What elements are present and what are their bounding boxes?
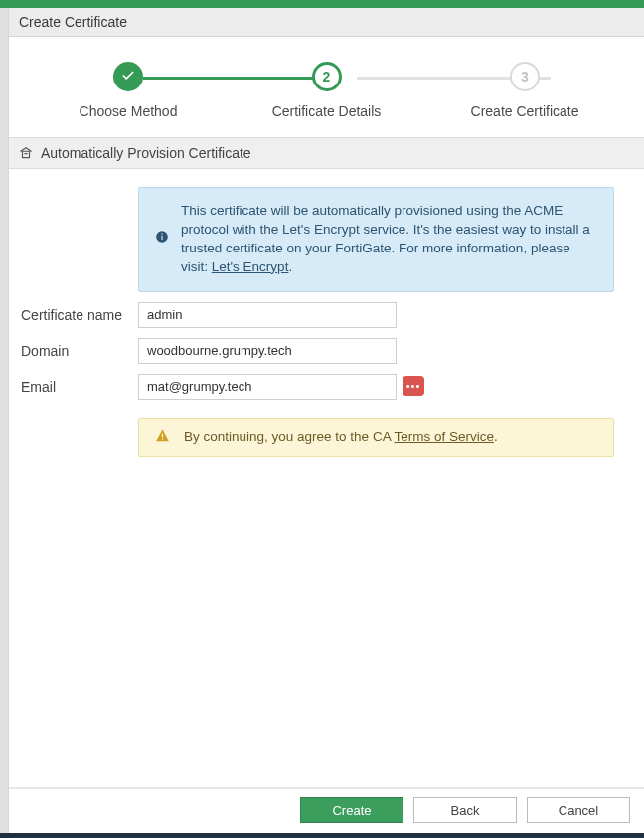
lets-encrypt-link[interactable]: Let's Encrypt [212,259,289,274]
brand-top-bar [0,0,644,8]
step-circle-done [113,62,143,91]
step-label: Certificate Details [272,103,382,119]
warning-icon [155,428,170,446]
dialog-footer: Create Back Cancel [9,787,644,833]
terms-prefix: By continuing, you agree to the CA [184,429,394,444]
domain-input[interactable] [138,338,397,364]
info-icon [155,230,169,250]
back-button[interactable]: Back [413,797,517,823]
row-domain: Domain [19,338,634,364]
terms-suffix: . [494,429,498,444]
provision-icon [19,146,33,160]
svg-rect-6 [162,438,163,439]
step-circle-upcoming: 3 [510,62,540,91]
info-trailing: . [288,259,292,274]
label-email: Email [19,379,138,395]
svg-rect-0 [23,151,30,157]
autofill-badge-icon[interactable]: ••• [402,376,424,396]
dialog-title: Create Certificate [9,8,644,37]
step-label: Choose Method [80,103,178,119]
terms-text-container: By continuing, you agree to the CA Terms… [184,429,498,444]
svg-rect-4 [161,233,162,234]
check-icon [121,69,135,85]
app-bottom-bar [0,833,644,838]
step-choose-method[interactable]: Choose Method [39,62,218,119]
section-header: Automatically Provision Certificate [9,137,644,169]
certificate-name-input[interactable] [138,302,397,328]
create-button[interactable]: Create [300,797,403,823]
step-label: Create Certificate [471,103,579,119]
create-certificate-dialog: Create Certificate Choose Method 2 Certi… [8,8,644,833]
row-certificate-name: Certificate name [19,302,634,328]
label-domain: Domain [19,343,138,359]
info-text-container: This certificate will be automatically p… [181,202,597,277]
form-content: This certificate will be automatically p… [9,169,644,787]
info-banner: This certificate will be automatically p… [138,187,614,292]
label-certificate-name: Certificate name [19,307,138,323]
step-create-certificate[interactable]: 3 Create Certificate [435,62,614,119]
step-certificate-details[interactable]: 2 Certificate Details [238,62,416,119]
terms-of-service-link[interactable]: Terms of Service [394,429,494,444]
step-circle-current: 2 [312,62,342,91]
section-title: Automatically Provision Certificate [41,145,251,161]
wizard-stepper: Choose Method 2 Certificate Details 3 Cr… [9,37,644,137]
email-input[interactable] [138,374,397,400]
terms-warning: By continuing, you agree to the CA Terms… [138,418,614,457]
svg-rect-5 [162,433,163,437]
cancel-button[interactable]: Cancel [527,797,630,823]
row-email: Email ••• [19,374,634,400]
svg-rect-3 [161,236,162,240]
